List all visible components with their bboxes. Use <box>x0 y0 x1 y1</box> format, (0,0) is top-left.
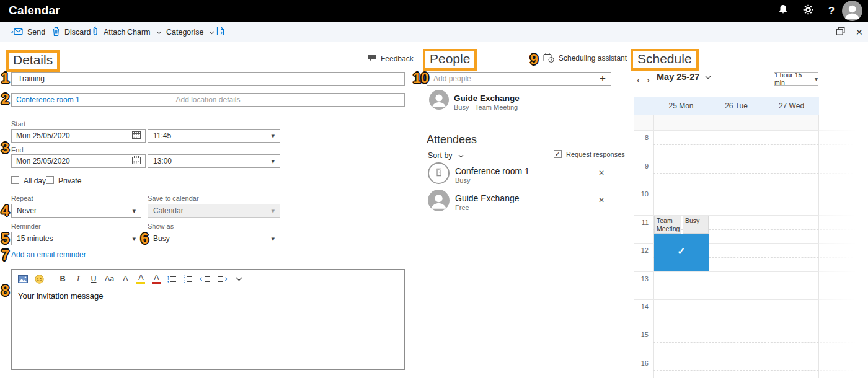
command-bar: Send Discard Attach Charm Categorise ✕ <box>0 22 868 42</box>
remove-attendee-icon[interactable]: ✕ <box>598 196 604 204</box>
busy-event-block[interactable]: Team Meeting <box>654 216 681 234</box>
categorise-button[interactable]: Categorise <box>166 22 215 42</box>
feedback-button[interactable]: Feedback <box>368 53 414 65</box>
more-formatting-icon[interactable] <box>234 274 243 284</box>
all-day-label: All day <box>24 177 46 185</box>
bold-button[interactable]: B <box>58 274 67 284</box>
start-time-select[interactable]: 11:45 ▾ <box>148 129 280 143</box>
prev-dates-button[interactable]: ‹ <box>637 75 640 84</box>
numbered-list-icon[interactable] <box>184 274 193 284</box>
day-header: 27 Wed <box>764 97 819 115</box>
next-dates-button[interactable]: › <box>647 75 650 84</box>
person-icon <box>842 12 862 21</box>
annotation-marker-2: 2 <box>1 92 9 107</box>
people-section-title: People <box>423 49 477 71</box>
reminder-select[interactable]: 15 minutes ▾ <box>11 232 141 245</box>
half-hour-line <box>653 201 865 201</box>
grid-column-line <box>818 115 819 378</box>
event-title-field[interactable] <box>11 72 405 86</box>
end-label: End <box>11 146 24 154</box>
all-day-row[interactable] <box>634 115 819 130</box>
annotation-marker-1: 1 <box>1 71 9 86</box>
help-button[interactable]: ? <box>820 0 843 22</box>
grid-column-line <box>764 115 764 378</box>
font-size-button[interactable]: A <box>121 274 130 284</box>
add-people-input[interactable] <box>427 73 611 85</box>
selected-time-block[interactable]: ✓ <box>654 234 709 271</box>
duration-dropdown[interactable]: 1 hour 15 min ▾ <box>774 72 818 86</box>
show-as-value: Busy <box>153 234 170 243</box>
invitation-message-text[interactable]: Your invitation message <box>12 286 404 305</box>
end-time-select[interactable]: 13:00 ▾ <box>148 154 280 168</box>
private-checkbox[interactable] <box>46 176 54 184</box>
bullet-list-icon[interactable] <box>167 274 177 284</box>
send-button[interactable]: Send <box>11 22 45 42</box>
all-day-checkbox[interactable] <box>11 176 19 184</box>
hour-line <box>634 299 865 300</box>
chevron-down-icon <box>156 28 162 37</box>
notifications-button[interactable] <box>771 0 795 22</box>
start-label: Start <box>11 120 25 128</box>
discard-button[interactable]: Discard <box>52 22 91 42</box>
apply-addin-button[interactable] <box>216 22 224 42</box>
close-icon: ✕ <box>856 27 863 37</box>
hour-label: 15 <box>634 331 649 338</box>
room-avatar <box>428 162 450 184</box>
start-date-field[interactable]: Mon 25/05/2020 <box>11 129 146 143</box>
invitation-message-editor[interactable]: B I U Aa A A A Your invitation message <box>11 269 405 370</box>
popout-button[interactable] <box>836 22 845 42</box>
feedback-label: Feedback <box>381 55 414 63</box>
attendee-name: Conference room 1 <box>455 166 529 176</box>
save-to-calendar-label: Save to calendar <box>148 195 199 202</box>
insert-image-icon[interactable] <box>18 274 28 284</box>
remove-attendee-icon[interactable]: ✕ <box>598 169 604 177</box>
font-name-button[interactable]: Aa <box>105 274 114 284</box>
attach-button[interactable]: Attach <box>92 22 125 42</box>
hour-line <box>634 159 865 159</box>
scheduling-assistant-button[interactable]: Scheduling assistant <box>543 52 627 64</box>
event-title-input[interactable] <box>12 73 404 85</box>
schedule-grid[interactable]: 25 Mon 26 Tue 27 Wed 8 9 10 11 12 13 14 … <box>634 97 865 378</box>
show-as-select[interactable]: Busy ▾ <box>148 232 280 245</box>
underline-button[interactable]: U <box>89 274 98 284</box>
italic-button[interactable]: I <box>74 274 82 284</box>
annotation-marker-9: 9 <box>530 53 538 67</box>
add-email-reminder-link[interactable]: Add an email reminder <box>11 250 86 259</box>
reminder-value: 15 minutes <box>17 234 53 243</box>
charm-button[interactable]: Charm <box>127 22 162 42</box>
document-flash-icon <box>216 26 224 38</box>
hour-line <box>634 130 865 131</box>
paperclip-icon <box>92 26 99 38</box>
annotation-marker-8: 8 <box>1 284 9 298</box>
date-range-label: May 25-27 <box>657 72 699 82</box>
emoji-icon[interactable] <box>35 274 44 284</box>
date-range-dropdown[interactable]: May 25-27 <box>657 71 711 83</box>
font-color-button[interactable]: A <box>152 274 161 284</box>
end-date-field[interactable]: Mon 25/05/2020 <box>11 154 146 168</box>
settings-button[interactable] <box>796 0 820 22</box>
hour-label: 12 <box>634 247 649 254</box>
attach-label: Attach <box>104 28 125 37</box>
location-field[interactable]: Conference room 1 Add location details <box>11 93 405 107</box>
request-responses-checkbox[interactable]: ✓ <box>554 150 562 158</box>
close-button[interactable]: ✕ <box>856 22 863 42</box>
trash-icon <box>52 27 60 38</box>
user-avatar[interactable] <box>842 1 862 21</box>
private-label: Private <box>58 177 81 185</box>
highlight-button[interactable]: A <box>136 274 145 284</box>
help-icon: ? <box>828 5 835 17</box>
hour-line <box>634 356 865 356</box>
feedback-icon <box>368 54 376 64</box>
restore-window-icon <box>836 27 845 37</box>
add-people-plus-icon[interactable]: + <box>600 73 606 85</box>
end-date-value: Mon 25/05/2020 <box>16 157 70 165</box>
charm-label: Charm <box>127 28 151 37</box>
repeat-select[interactable]: Never ▾ <box>11 204 141 218</box>
dropdown-arrow-icon: ▾ <box>271 157 275 165</box>
sort-by-dropdown[interactable]: Sort by <box>428 149 464 162</box>
indent-icon[interactable] <box>217 274 228 284</box>
outdent-icon[interactable] <box>200 274 210 284</box>
add-people-field[interactable]: + <box>427 72 611 86</box>
check-icon: ✓ <box>677 245 685 271</box>
busy-event-block[interactable]: Busy <box>683 216 709 234</box>
